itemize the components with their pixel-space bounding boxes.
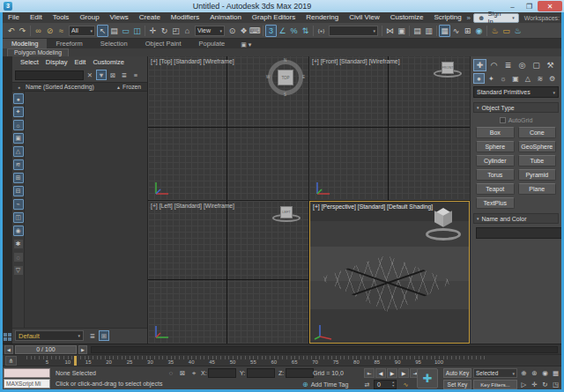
menu-customize[interactable]: Customize xyxy=(385,12,429,23)
auto-key-button[interactable]: Auto Key xyxy=(443,368,471,378)
set-keys-button[interactable]: ✚ xyxy=(417,368,438,388)
filter-bones-icon[interactable]: ⌁ xyxy=(13,199,24,210)
tab-create-icon[interactable]: ✚ xyxy=(473,59,486,71)
category-cameras-icon[interactable]: ▣ xyxy=(510,73,522,84)
zoom-extents-icon[interactable]: ◉ xyxy=(540,368,550,378)
isolate-selection-toggle-icon[interactable]: ◌ xyxy=(166,368,176,378)
menu-modifiers[interactable]: Modifiers xyxy=(166,12,204,23)
spinner-down-icon[interactable]: ▼ xyxy=(392,385,395,388)
snaps-toggle-3d-icon[interactable]: 3 xyxy=(265,25,277,37)
filter-shapes-icon[interactable]: ✦ xyxy=(13,107,24,117)
primitive-geosphere-button[interactable]: GeoSphere xyxy=(518,141,557,152)
time-slider-track[interactable] xyxy=(91,346,558,353)
filter-selection-sets-icon[interactable]: ▽ xyxy=(13,265,24,276)
next-frame-button[interactable]: ▶ xyxy=(78,345,87,354)
column-frozen[interactable]: Frozen xyxy=(122,84,147,90)
window-crossing-toggle-icon[interactable]: ◫ xyxy=(131,25,143,37)
viewport-label[interactable]: [+] [Front] [Standard] [Wireframe] xyxy=(312,58,400,64)
category-lights-icon[interactable]: ☼ xyxy=(498,73,509,84)
previous-frame-button[interactable]: ◀ xyxy=(4,345,13,354)
object-name-input[interactable] xyxy=(476,227,564,239)
menu-file[interactable]: File xyxy=(3,12,25,23)
filter-geometry-icon[interactable]: ● xyxy=(13,93,24,104)
viewport-label[interactable]: [+] [Perspective] [Standard] [Default Sh… xyxy=(313,203,433,210)
previous-frame-button[interactable]: ◀ xyxy=(375,368,386,378)
column-name[interactable]: Name (Sorted Ascending) xyxy=(26,84,116,90)
clear-search-icon[interactable]: ✕ xyxy=(85,70,95,80)
filter-materials-icon[interactable]: ◉ xyxy=(13,226,24,236)
selection-lock-toggle-icon[interactable]: ⊠ xyxy=(177,368,188,378)
select-by-name-icon[interactable]: ▤ xyxy=(108,25,120,37)
menu-group[interactable]: Group xyxy=(74,12,104,23)
primitive-sphere-button[interactable]: Sphere xyxy=(476,141,515,152)
key-filters-button[interactable]: Key Filters... xyxy=(473,380,517,389)
select-and-move-icon[interactable]: ✛ xyxy=(147,25,159,37)
menu-tools[interactable]: Tools xyxy=(48,12,75,23)
render-setup-icon[interactable]: ♨ xyxy=(489,25,501,37)
primitive-box-button[interactable]: Box xyxy=(476,127,515,138)
material-editor-icon[interactable]: ◉ xyxy=(473,25,485,37)
set-key-button[interactable]: Set Key xyxy=(443,380,471,389)
category-space-warps-icon[interactable]: ≋ xyxy=(534,73,545,84)
ribbon-tab-freeform[interactable]: Freeform xyxy=(47,39,91,48)
search-input[interactable] xyxy=(15,70,84,80)
spinner-snap-toggle-icon[interactable]: ⇅ xyxy=(300,25,311,37)
primitive-category-dropdown[interactable]: Standard Primitives ▾ xyxy=(473,86,559,98)
rendered-frame-window-icon[interactable]: ▭ xyxy=(501,25,512,37)
current-frame-field[interactable]: 0 ▲ ▼ xyxy=(374,380,397,389)
use-pivot-point-center-icon[interactable]: ⊙ xyxy=(226,25,238,37)
close-button[interactable]: ✕ xyxy=(538,1,562,11)
play-animation-button[interactable]: ▶ xyxy=(387,368,397,378)
toggle-ribbon-icon[interactable]: ▦ xyxy=(439,25,450,37)
ribbon-tab-selection[interactable]: Selection xyxy=(92,39,137,48)
schematic-view-icon[interactable]: ⊞ xyxy=(462,25,473,37)
lock-cell-editing-icon[interactable]: ⊠ xyxy=(108,70,118,80)
viewport-left[interactable]: [+] [Left] [Standard] [Wireframe] LEFT xyxy=(148,201,308,344)
ribbon-tab-object-paint[interactable]: Object Paint xyxy=(137,39,190,48)
key-mode-toggle[interactable]: ⇄ xyxy=(362,380,372,389)
explorer-settings-icon[interactable]: ⊞ xyxy=(99,330,109,341)
pick-parent-icon[interactable]: ≡ xyxy=(130,70,141,80)
angle-snap-toggle-icon[interactable]: ∠ xyxy=(277,25,288,37)
explorer-menu-customize[interactable]: Customize xyxy=(89,57,127,68)
menu-animation[interactable]: Animation xyxy=(204,12,247,23)
ribbon-config-icon[interactable]: ▣ ▾ xyxy=(241,41,251,48)
current-frame-marker[interactable] xyxy=(74,356,77,366)
reference-coordinate-dropdown[interactable]: View▾ xyxy=(195,26,225,36)
viewcube-face[interactable]: TOP xyxy=(278,70,293,85)
bind-to-space-warp-icon[interactable]: ≈ xyxy=(56,25,67,37)
viewport-layout-tabs-icon[interactable] xyxy=(4,333,11,341)
viewport-perspective[interactable]: [+] [Perspective] [Standard] [Default Sh… xyxy=(309,201,470,344)
maximize-button[interactable]: ❐ xyxy=(521,1,538,11)
primitive-cone-button[interactable]: Cone xyxy=(518,127,557,138)
primitive-tube-button[interactable]: Tube xyxy=(518,155,557,166)
viewcube-face[interactable]: FRONT xyxy=(442,62,454,74)
tab-hierarchy-icon[interactable]: ≣ xyxy=(501,59,515,71)
zoom-all-icon[interactable]: ⊛ xyxy=(530,368,539,378)
unlink-selection-icon[interactable]: ⊘ xyxy=(44,25,56,37)
viewport-top[interactable]: [+] [Top] [Standard] [Wireframe] N W E S… xyxy=(148,56,308,200)
filter-cameras-icon[interactable]: ▣ xyxy=(13,133,24,144)
tab-display-icon[interactable]: ▢ xyxy=(530,59,543,71)
category-geometry-icon[interactable]: ● xyxy=(473,73,485,84)
primitive-teapot-button[interactable]: Teapot xyxy=(476,183,515,195)
select-and-place-icon[interactable]: ⌂ xyxy=(182,25,193,37)
tab-utilities-icon[interactable]: ⚒ xyxy=(544,59,557,71)
maxscript-listener-label[interactable]: MAXScript Mi xyxy=(4,379,50,388)
edit-named-selection-sets-icon[interactable]: {+} xyxy=(315,25,327,37)
filter-lights-icon[interactable]: ☼ xyxy=(13,120,24,130)
viewcube-face[interactable]: LEFT xyxy=(280,206,293,218)
select-and-manipulate-icon[interactable]: ❖ xyxy=(238,25,249,37)
menu-views[interactable]: Views xyxy=(105,12,134,23)
sync-selection-icon[interactable]: ≣ xyxy=(119,70,130,80)
toggle-layer-explorer-icon[interactable]: ▥ xyxy=(423,25,434,37)
undo-icon[interactable]: ↶ xyxy=(5,25,17,37)
default-key-tangent-icon[interactable]: ∿ xyxy=(401,380,411,389)
field-of-view-icon[interactable]: ▷ xyxy=(519,380,529,389)
menu-create[interactable]: Create xyxy=(134,12,166,23)
zoom-extents-all-icon[interactable]: ▦ xyxy=(551,368,560,378)
autogrid-checkbox[interactable] xyxy=(500,117,506,123)
pan-view-icon[interactable]: ✛ xyxy=(530,380,539,389)
next-frame-button[interactable]: ▶ xyxy=(398,368,409,378)
viewport-label[interactable]: [+] [Left] [Standard] [Wireframe] xyxy=(151,203,234,209)
